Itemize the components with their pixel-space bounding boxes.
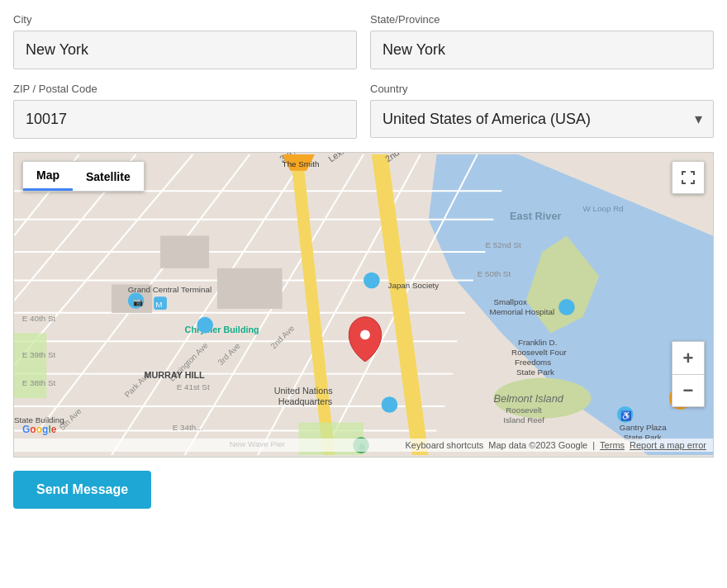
map-data-text: Map data ©2023 Google (488, 440, 587, 450)
svg-rect-26 (217, 268, 283, 309)
state-input[interactable] (370, 31, 714, 69)
svg-point-69 (558, 299, 575, 315)
country-select-wrapper: United States of America (USA) Canada Un… (370, 100, 714, 138)
zip-label: ZIP / Postal Code (13, 83, 357, 95)
svg-rect-23 (14, 333, 46, 398)
svg-text:Franklin D.: Franklin D. (518, 338, 558, 347)
map-toggle-group: Map Satellite (22, 161, 145, 192)
zip-group: ZIP / Postal Code (13, 83, 357, 139)
map-fullscreen-button[interactable] (672, 161, 705, 194)
state-group: State/Province (370, 13, 714, 69)
svg-point-66 (197, 317, 213, 334)
svg-text:Belmont Island: Belmont Island (493, 392, 563, 405)
form-row-city-state: City State/Province (13, 13, 714, 69)
map-toggle-map[interactable]: Map (23, 162, 73, 191)
svg-text:E 52nd St: E 52nd St (486, 240, 521, 249)
svg-text:State Building: State Building (14, 415, 64, 424)
svg-text:Chrysler Building: Chrysler Building (185, 325, 259, 334)
svg-text:Roosevelt Four: Roosevelt Four (511, 348, 567, 357)
map-svg: Lexington 3rd Ave 2nd Ave E 40th St E 39… (14, 153, 713, 457)
map-container[interactable]: Map Satellite (13, 152, 714, 458)
svg-text:East River: East River (510, 210, 561, 222)
city-label: City (13, 13, 357, 26)
map-divider: | (592, 440, 595, 450)
form-row-zip-country: ZIP / Postal Code Country United States … (13, 83, 714, 139)
svg-text:Headquarters: Headquarters (278, 396, 333, 406)
svg-text:The Smith: The Smith (283, 159, 320, 168)
svg-text:Grand Central Terminal: Grand Central Terminal (128, 285, 211, 294)
terms-link[interactable]: Terms (600, 440, 625, 450)
google-logo: Google (22, 424, 56, 435)
svg-text:Gantry Plaza: Gantry Plaza (620, 423, 667, 432)
report-link[interactable]: Report a map error (630, 440, 706, 450)
svg-text:United Nations: United Nations (274, 386, 334, 396)
map-toggle-satellite[interactable]: Satellite (73, 162, 144, 191)
send-message-button[interactable]: Send Message (13, 471, 151, 509)
svg-text:Freedoms: Freedoms (515, 358, 551, 367)
svg-point-73 (360, 330, 370, 339)
svg-text:State Park: State Park (516, 368, 554, 377)
map-zoom-in-button[interactable]: + (672, 341, 705, 374)
svg-text:Smallpox: Smallpox (493, 297, 527, 306)
city-group: City (13, 13, 357, 69)
svg-text:📷: 📷 (133, 296, 144, 307)
map-zoom-controls: + − (672, 341, 705, 407)
svg-text:E 34th...: E 34th... (173, 423, 203, 432)
state-label: State/Province (370, 13, 714, 26)
country-group: Country United States of America (USA) C… (370, 83, 714, 139)
keyboard-shortcuts-link[interactable]: Keyboard shortcuts (405, 440, 483, 450)
zip-input[interactable] (13, 100, 357, 139)
city-input[interactable] (13, 31, 357, 69)
svg-text:E 38th St: E 38th St (22, 378, 56, 387)
country-select[interactable]: United States of America (USA) Canada Un… (370, 100, 714, 138)
svg-rect-25 (160, 235, 209, 268)
svg-text:E 40th St: E 40th St (22, 314, 56, 323)
fullscreen-icon (681, 170, 696, 185)
svg-text:Roosevelt: Roosevelt (506, 405, 542, 415)
svg-text:MURRAY HILL: MURRAY HILL (144, 370, 205, 380)
svg-text:W Loop Rd: W Loop Rd (583, 204, 624, 213)
svg-text:♿: ♿ (620, 410, 632, 421)
svg-point-68 (364, 273, 380, 289)
svg-text:M: M (155, 300, 162, 309)
svg-text:Memorial Hospital: Memorial Hospital (489, 307, 554, 316)
svg-text:E 50th St: E 50th St (478, 269, 511, 278)
svg-text:Island Reef: Island Reef (503, 415, 544, 424)
svg-text:E 39th St: E 39th St (22, 350, 56, 359)
country-label: Country (370, 83, 714, 95)
svg-text:E 41st St: E 41st St (177, 382, 210, 391)
svg-point-67 (382, 396, 398, 413)
map-attribution: Keyboard shortcuts Map data ©2023 Google… (14, 439, 713, 452)
svg-text:Japan Society: Japan Society (388, 281, 440, 290)
map-zoom-out-button[interactable]: − (672, 374, 705, 407)
